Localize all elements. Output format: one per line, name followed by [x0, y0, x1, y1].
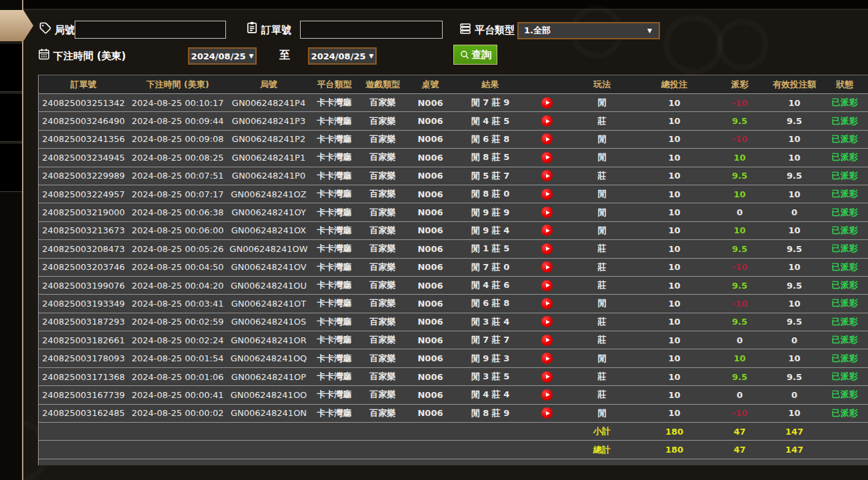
- result-cell: 閒 7 莊 9: [454, 94, 527, 112]
- platform-cell: 卡卡灣廳: [311, 185, 359, 203]
- search-icon: [459, 49, 470, 60]
- play-type-cell: 莊: [567, 331, 637, 349]
- platform-cell: 卡卡灣廳: [311, 258, 359, 276]
- payout-cell: -10: [712, 130, 768, 148]
- payout-cell: 9.5: [712, 112, 768, 130]
- bet-time-cell: 2024-08-25 00:09:44: [129, 112, 227, 130]
- platform-cell: 卡卡灣廳: [311, 149, 359, 167]
- status-cell: 已派彩: [821, 94, 868, 112]
- round-id-input[interactable]: [75, 21, 226, 39]
- replay-button[interactable]: [541, 261, 553, 273]
- order-id-cell: 240825003203746: [39, 258, 129, 276]
- replay-cell: [527, 331, 567, 349]
- table-row: 2408250032084732024-08-25 00:05:26GN0062…: [39, 240, 868, 258]
- round-id-cell: GN006248241P0: [227, 167, 311, 185]
- sidebar-item[interactable]: [0, 43, 22, 92]
- valid-bet-cell: 9.5: [768, 167, 821, 185]
- game-type-cell: 百家樂: [359, 367, 407, 385]
- date-to-picker[interactable]: 2024/08/25 ▼: [308, 47, 377, 65]
- replay-button[interactable]: [541, 335, 553, 346]
- platform-type-selected-value: 1.全部: [524, 25, 551, 37]
- bet-time-cell: 2024-08-25 00:02:24: [129, 331, 227, 349]
- table-no-cell: N006: [407, 203, 454, 221]
- result-cell: 閒 7 莊 0: [454, 258, 527, 276]
- valid-bet-cell: 10: [768, 295, 821, 313]
- table-no-cell: N006: [407, 167, 454, 185]
- replay-cell: [527, 149, 567, 167]
- payout-cell: 9.5: [712, 367, 768, 385]
- platform-type-select[interactable]: 1.全部 ▼: [517, 22, 660, 39]
- result-cell: 閒 4 莊 4: [454, 386, 527, 404]
- total-bet-cell: 10: [637, 386, 712, 404]
- total-label: 總計: [567, 441, 637, 459]
- total-bet-cell: 10: [637, 313, 712, 331]
- order-id-cell: 240825003208473: [39, 240, 129, 258]
- total-bet-cell: 10: [637, 112, 712, 130]
- replay-cell: [527, 404, 567, 422]
- bet-time-cell: 2024-08-25 00:06:00: [129, 221, 227, 239]
- table-header-row: 訂單號 下注時間 (美東) 局號 平台類型 遊戲類型 桌號 結果 玩法 總投注 …: [39, 75, 868, 94]
- replay-button[interactable]: [541, 243, 553, 255]
- replay-button[interactable]: [541, 152, 553, 163]
- calendar-icon: [37, 47, 51, 61]
- bet-time-cell: 2024-08-25 00:04:50: [129, 258, 227, 276]
- replay-button[interactable]: [541, 371, 553, 383]
- bet-time-cell: 2024-08-25 00:01:54: [129, 349, 227, 367]
- replay-button[interactable]: [541, 115, 553, 127]
- sidebar-item[interactable]: [0, 93, 22, 142]
- replay-button[interactable]: [541, 97, 553, 109]
- replay-button[interactable]: [541, 207, 553, 218]
- replay-button[interactable]: [541, 133, 553, 145]
- game-type-cell: 百家樂: [359, 295, 407, 313]
- replay-button[interactable]: [541, 316, 553, 327]
- result-cell: 閒 8 莊 9: [454, 404, 527, 422]
- platform-stack-icon: [459, 22, 472, 35]
- bet-time-cell: 2024-08-25 00:05:26: [129, 240, 227, 258]
- replay-button[interactable]: [541, 407, 553, 419]
- table-no-cell: N006: [407, 313, 454, 331]
- replay-button[interactable]: [541, 170, 553, 181]
- platform-cell: 卡卡灣廳: [311, 203, 359, 221]
- date-from-value: 2024/08/25: [191, 51, 246, 61]
- replay-button[interactable]: [541, 280, 553, 291]
- result-cell: 閒 1 莊 5: [454, 240, 527, 258]
- round-id-cell: GN006248241OO: [227, 386, 311, 404]
- result-cell: 閒 6 莊 8: [454, 295, 527, 313]
- subtotal-spacer: [39, 423, 567, 441]
- order-id-cell: 240825003182661: [39, 331, 129, 349]
- round-id-cell: GN006248241OR: [227, 331, 311, 349]
- result-cell: 閒 4 莊 5: [454, 112, 527, 130]
- round-id-cell: GN006248241OP: [227, 367, 311, 385]
- result-cell: 閒 3 莊 4: [454, 313, 527, 331]
- order-id-filter-label: 訂單號: [261, 22, 291, 38]
- round-id-cell: GN006248241P2: [227, 130, 311, 148]
- game-type-cell: 百家樂: [359, 203, 407, 221]
- valid-bet-cell: 9.5: [768, 276, 821, 294]
- replay-button[interactable]: [541, 389, 553, 401]
- table-no-cell: N006: [407, 112, 454, 130]
- status-cell: 已派彩: [821, 349, 868, 367]
- replay-button[interactable]: [541, 353, 553, 364]
- sidebar-active-item[interactable]: [0, 10, 33, 41]
- replay-button[interactable]: [541, 298, 553, 309]
- replay-button[interactable]: [541, 225, 553, 236]
- table-no-cell: N006: [407, 404, 454, 422]
- result-cell: 閒 9 莊 4: [454, 221, 527, 239]
- round-id-cell: GN006248241OT: [227, 295, 311, 313]
- play-icon: [546, 320, 550, 324]
- order-id-input[interactable]: [300, 21, 443, 39]
- play-type-cell: 閒: [567, 185, 637, 203]
- replay-cell: [527, 240, 567, 258]
- result-cell: 閒 6 莊 8: [454, 130, 527, 148]
- game-type-cell: 百家樂: [359, 313, 407, 331]
- date-to-value: 2024/08/25: [311, 51, 366, 61]
- sidebar-item[interactable]: [0, 143, 22, 192]
- status-cell: 已派彩: [821, 185, 868, 203]
- query-button[interactable]: 查詢: [453, 45, 497, 65]
- play-icon: [546, 247, 550, 251]
- replay-button[interactable]: [541, 189, 553, 200]
- total-status-spacer: [821, 441, 868, 459]
- game-type-cell: 百家樂: [359, 112, 407, 130]
- date-from-picker[interactable]: 2024/08/25 ▼: [188, 47, 257, 65]
- game-type-cell: 百家樂: [359, 149, 407, 167]
